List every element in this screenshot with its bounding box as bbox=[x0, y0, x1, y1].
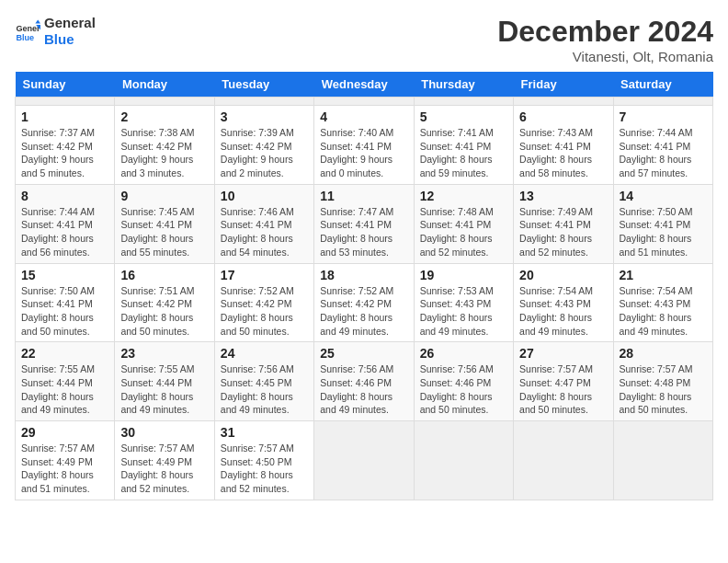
calendar-cell: 17Sunrise: 7:52 AMSunset: 4:42 PMDayligh… bbox=[214, 263, 313, 342]
day-info: Sunrise: 7:56 AMSunset: 4:45 PMDaylight:… bbox=[221, 362, 308, 417]
day-info: Sunrise: 7:57 AMSunset: 4:49 PMDaylight:… bbox=[21, 442, 108, 496]
calendar-cell bbox=[214, 98, 313, 106]
column-header-saturday: Saturday bbox=[613, 72, 712, 98]
calendar-cell: 15Sunrise: 7:50 AMSunset: 4:41 PMDayligh… bbox=[16, 263, 115, 342]
calendar-cell bbox=[115, 98, 214, 106]
day-number: 19 bbox=[420, 268, 507, 282]
day-number: 14 bbox=[620, 189, 707, 203]
day-number: 6 bbox=[519, 109, 607, 124]
day-info: Sunrise: 7:55 AMSunset: 4:44 PMDaylight:… bbox=[120, 362, 208, 417]
day-info: Sunrise: 7:44 AMSunset: 4:41 PMDaylight:… bbox=[21, 205, 108, 259]
calendar-week-row: 8Sunrise: 7:44 AMSunset: 4:41 PMDaylight… bbox=[16, 184, 713, 263]
calendar-cell: 29Sunrise: 7:57 AMSunset: 4:49 PMDayligh… bbox=[16, 421, 115, 500]
day-info: Sunrise: 7:55 AMSunset: 4:44 PMDaylight:… bbox=[21, 362, 108, 417]
calendar-cell: 20Sunrise: 7:54 AMSunset: 4:43 PMDayligh… bbox=[514, 263, 613, 342]
calendar-cell: 26Sunrise: 7:56 AMSunset: 4:46 PMDayligh… bbox=[414, 342, 513, 421]
day-number: 8 bbox=[21, 189, 108, 203]
day-number: 11 bbox=[320, 189, 407, 203]
calendar-cell: 4Sunrise: 7:40 AMSunset: 4:41 PMDaylight… bbox=[314, 106, 414, 185]
calendar-header-row: SundayMondayTuesdayWednesdayThursdayFrid… bbox=[16, 72, 713, 98]
calendar-cell: 28Sunrise: 7:57 AMSunset: 4:48 PMDayligh… bbox=[613, 342, 712, 421]
calendar-week-row: 29Sunrise: 7:57 AMSunset: 4:49 PMDayligh… bbox=[16, 421, 713, 500]
calendar-cell bbox=[314, 421, 414, 500]
calendar-cell: 3Sunrise: 7:39 AMSunset: 4:42 PMDaylight… bbox=[214, 106, 313, 185]
calendar-cell: 27Sunrise: 7:57 AMSunset: 4:47 PMDayligh… bbox=[514, 342, 613, 421]
column-header-wednesday: Wednesday bbox=[314, 72, 414, 98]
day-number: 27 bbox=[519, 346, 607, 361]
location-subtitle: Vitanesti, Olt, Romania bbox=[497, 49, 713, 64]
day-info: Sunrise: 7:41 AMSunset: 4:41 PMDaylight:… bbox=[420, 126, 507, 180]
day-info: Sunrise: 7:57 AMSunset: 4:48 PMDaylight:… bbox=[620, 362, 707, 417]
calendar-cell: 12Sunrise: 7:48 AMSunset: 4:41 PMDayligh… bbox=[414, 184, 513, 263]
calendar-week-row: 15Sunrise: 7:50 AMSunset: 4:41 PMDayligh… bbox=[16, 263, 713, 342]
day-info: Sunrise: 7:37 AMSunset: 4:42 PMDaylight:… bbox=[21, 126, 108, 180]
calendar-cell: 2Sunrise: 7:38 AMSunset: 4:42 PMDaylight… bbox=[115, 106, 214, 185]
day-number: 31 bbox=[221, 425, 308, 440]
logo: General Blue General Blue bbox=[15, 15, 96, 48]
day-info: Sunrise: 7:57 AMSunset: 4:49 PMDaylight:… bbox=[120, 442, 208, 496]
calendar-cell: 23Sunrise: 7:55 AMSunset: 4:44 PMDayligh… bbox=[115, 342, 214, 421]
calendar-cell: 11Sunrise: 7:47 AMSunset: 4:41 PMDayligh… bbox=[314, 184, 414, 263]
calendar-cell bbox=[414, 421, 513, 500]
calendar-cell: 9Sunrise: 7:45 AMSunset: 4:41 PMDaylight… bbox=[115, 184, 214, 263]
calendar-cell bbox=[16, 98, 115, 106]
calendar-cell: 31Sunrise: 7:57 AMSunset: 4:50 PMDayligh… bbox=[214, 421, 313, 500]
calendar-cell: 8Sunrise: 7:44 AMSunset: 4:41 PMDaylight… bbox=[16, 184, 115, 263]
calendar-table: SundayMondayTuesdayWednesdayThursdayFrid… bbox=[15, 72, 713, 500]
calendar-cell: 7Sunrise: 7:44 AMSunset: 4:41 PMDaylight… bbox=[613, 106, 712, 185]
day-number: 7 bbox=[620, 109, 707, 124]
day-number: 15 bbox=[21, 268, 108, 282]
day-info: Sunrise: 7:46 AMSunset: 4:41 PMDaylight:… bbox=[221, 205, 308, 259]
day-info: Sunrise: 7:38 AMSunset: 4:42 PMDaylight:… bbox=[120, 126, 208, 180]
calendar-cell bbox=[613, 98, 712, 106]
calendar-cell: 24Sunrise: 7:56 AMSunset: 4:45 PMDayligh… bbox=[214, 342, 313, 421]
day-info: Sunrise: 7:51 AMSunset: 4:42 PMDaylight:… bbox=[120, 284, 208, 339]
column-header-sunday: Sunday bbox=[16, 72, 115, 98]
calendar-cell: 16Sunrise: 7:51 AMSunset: 4:42 PMDayligh… bbox=[115, 263, 214, 342]
svg-text:Blue: Blue bbox=[16, 33, 34, 42]
calendar-cell bbox=[514, 98, 613, 106]
day-number: 23 bbox=[120, 346, 208, 361]
calendar-cell: 14Sunrise: 7:50 AMSunset: 4:41 PMDayligh… bbox=[613, 184, 712, 263]
calendar-week-row: 1Sunrise: 7:37 AMSunset: 4:42 PMDaylight… bbox=[16, 106, 713, 185]
day-info: Sunrise: 7:53 AMSunset: 4:43 PMDaylight:… bbox=[420, 284, 507, 339]
day-number: 28 bbox=[620, 346, 707, 361]
calendar-cell bbox=[514, 421, 613, 500]
day-number: 12 bbox=[420, 189, 507, 203]
column-header-thursday: Thursday bbox=[414, 72, 513, 98]
calendar-week-row: 22Sunrise: 7:55 AMSunset: 4:44 PMDayligh… bbox=[16, 342, 713, 421]
day-info: Sunrise: 7:43 AMSunset: 4:41 PMDaylight:… bbox=[519, 126, 607, 180]
day-info: Sunrise: 7:48 AMSunset: 4:41 PMDaylight:… bbox=[420, 205, 507, 259]
day-number: 4 bbox=[320, 109, 407, 124]
day-number: 20 bbox=[519, 268, 607, 282]
day-number: 25 bbox=[320, 346, 407, 361]
day-number: 21 bbox=[620, 268, 707, 282]
logo-blue-text: Blue bbox=[44, 31, 96, 48]
logo-icon: General Blue bbox=[15, 18, 40, 44]
calendar-cell: 1Sunrise: 7:37 AMSunset: 4:42 PMDaylight… bbox=[16, 106, 115, 185]
calendar-cell: 25Sunrise: 7:56 AMSunset: 4:46 PMDayligh… bbox=[314, 342, 414, 421]
day-info: Sunrise: 7:44 AMSunset: 4:41 PMDaylight:… bbox=[620, 126, 707, 180]
column-header-monday: Monday bbox=[115, 72, 214, 98]
day-info: Sunrise: 7:50 AMSunset: 4:41 PMDaylight:… bbox=[620, 205, 707, 259]
day-number: 22 bbox=[21, 346, 108, 361]
day-info: Sunrise: 7:56 AMSunset: 4:46 PMDaylight:… bbox=[420, 362, 507, 417]
logo-general-text: General bbox=[44, 15, 96, 31]
calendar-cell bbox=[414, 98, 513, 106]
day-number: 17 bbox=[221, 268, 308, 282]
calendar-cell: 30Sunrise: 7:57 AMSunset: 4:49 PMDayligh… bbox=[115, 421, 214, 500]
calendar-cell: 19Sunrise: 7:53 AMSunset: 4:43 PMDayligh… bbox=[414, 263, 513, 342]
page-header: General Blue General Blue December 2024 … bbox=[15, 15, 713, 64]
day-number: 10 bbox=[221, 189, 308, 203]
day-info: Sunrise: 7:49 AMSunset: 4:41 PMDaylight:… bbox=[519, 205, 607, 259]
day-number: 24 bbox=[221, 346, 308, 361]
day-number: 1 bbox=[21, 109, 108, 124]
column-header-tuesday: Tuesday bbox=[214, 72, 313, 98]
title-block: December 2024 Vitanesti, Olt, Romania bbox=[497, 15, 713, 64]
day-info: Sunrise: 7:57 AMSunset: 4:47 PMDaylight:… bbox=[519, 362, 607, 417]
calendar-cell: 5Sunrise: 7:41 AMSunset: 4:41 PMDaylight… bbox=[414, 106, 513, 185]
calendar-cell bbox=[314, 98, 414, 106]
day-number: 13 bbox=[519, 189, 607, 203]
day-number: 18 bbox=[320, 268, 407, 282]
day-info: Sunrise: 7:57 AMSunset: 4:50 PMDaylight:… bbox=[221, 442, 308, 496]
